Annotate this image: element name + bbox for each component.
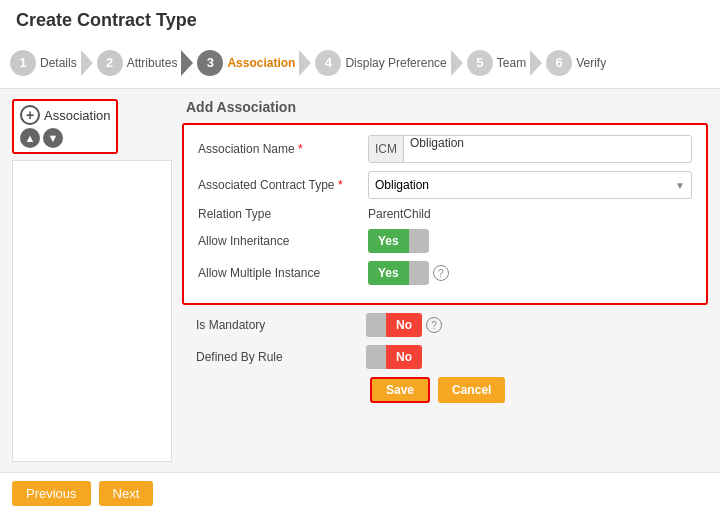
toggle-multiple-on[interactable]: Yes <box>368 261 409 285</box>
next-button[interactable]: Next <box>99 481 154 506</box>
toggle-rule[interactable]: No <box>366 345 422 369</box>
toggle-on-yes[interactable]: Yes <box>368 229 409 253</box>
page-title: Create Contract Type <box>0 0 720 37</box>
association-label: Association <box>44 108 110 123</box>
main-content: + Association ▲ ▼ Add Association Associ… <box>0 89 720 472</box>
cancel-button[interactable]: Cancel <box>438 377 505 403</box>
step-3-label: Association <box>227 56 295 70</box>
assoc-name-value[interactable]: Obligation <box>404 136 691 162</box>
step-5-label: Team <box>497 56 526 70</box>
right-panel: Add Association Association Name * ICM O… <box>182 99 708 462</box>
defined-by-rule-label: Defined By Rule <box>196 350 356 364</box>
allow-inheritance-toggle[interactable]: Yes <box>368 229 429 253</box>
add-assoc-row: + Association <box>20 105 110 125</box>
add-association-button[interactable]: + <box>20 105 40 125</box>
previous-button[interactable]: Previous <box>12 481 91 506</box>
arrow-1 <box>81 50 93 76</box>
step-4-badge: 4 <box>315 50 341 76</box>
toggle-yes[interactable]: Yes <box>368 229 429 253</box>
defined-by-rule-row: Defined By Rule No <box>196 345 694 369</box>
allow-multiple-toggle[interactable]: Yes ? <box>368 261 449 285</box>
move-up-button[interactable]: ▲ <box>20 128 40 148</box>
assoc-name-label: Association Name * <box>198 142 358 156</box>
relation-type-value: ParentChild <box>368 207 431 221</box>
toggle-mandatory[interactable]: No <box>366 313 422 337</box>
save-button[interactable]: Save <box>370 377 430 403</box>
arrow-3 <box>299 50 311 76</box>
contract-type-row: Associated Contract Type * Obligation ▼ <box>198 171 692 199</box>
step-6-label: Verify <box>576 56 606 70</box>
step-4-label: Display Preference <box>345 56 446 70</box>
toggle-multiple-yes[interactable]: Yes <box>368 261 429 285</box>
arrow-5 <box>530 50 542 76</box>
left-panel: + Association ▲ ▼ <box>12 99 172 462</box>
move-down-button[interactable]: ▼ <box>43 128 63 148</box>
step-4[interactable]: 4 Display Preference <box>315 50 446 76</box>
assoc-name-input[interactable]: ICM Obligation <box>368 135 692 163</box>
toggle-rule-no[interactable]: No <box>386 345 422 369</box>
allow-multiple-label: Allow Multiple Instance <box>198 266 358 280</box>
association-list <box>12 160 172 462</box>
step-1[interactable]: 1 Details <box>10 50 77 76</box>
help-icon-mandatory[interactable]: ? <box>426 317 442 333</box>
contract-type-select[interactable]: Obligation ▼ <box>368 171 692 199</box>
step-2-label: Attributes <box>127 56 178 70</box>
defined-by-rule-toggle[interactable]: No <box>366 345 422 369</box>
add-association-area: + Association ▲ ▼ <box>12 99 118 154</box>
is-mandatory-toggle[interactable]: No ? <box>366 313 442 337</box>
toggle-rule-gray[interactable] <box>366 345 386 369</box>
relation-type-row: Relation Type ParentChild <box>198 207 692 221</box>
allow-inheritance-row: Allow Inheritance Yes <box>198 229 692 253</box>
is-mandatory-label: Is Mandatory <box>196 318 356 332</box>
step-5-badge: 5 <box>467 50 493 76</box>
arrow-4 <box>451 50 463 76</box>
toggle-mandatory-no[interactable]: No <box>386 313 422 337</box>
action-buttons: Save Cancel <box>196 377 694 403</box>
assoc-name-row: Association Name * ICM Obligation <box>198 135 692 163</box>
step-1-badge: 1 <box>10 50 36 76</box>
allow-multiple-row: Allow Multiple Instance Yes ? <box>198 261 692 285</box>
toggle-mandatory-gray[interactable] <box>366 313 386 337</box>
chevron-down-icon: ▼ <box>675 180 685 191</box>
step-3[interactable]: 3 Association <box>197 50 295 76</box>
help-icon-multiple[interactable]: ? <box>433 265 449 281</box>
allow-inheritance-label: Allow Inheritance <box>198 234 358 248</box>
form-title: Add Association <box>182 99 708 115</box>
wizard-steps: 1 Details 2 Attributes 3 Association 4 D… <box>0 37 720 89</box>
toggle-multiple-off[interactable] <box>409 261 429 285</box>
step-6-badge: 6 <box>546 50 572 76</box>
lower-rows: Is Mandatory No ? Defined By Rule <box>182 305 708 403</box>
relation-type-label: Relation Type <box>198 207 358 221</box>
required-star: * <box>298 142 303 156</box>
is-mandatory-row: Is Mandatory No ? <box>196 313 694 337</box>
step-5[interactable]: 5 Team <box>467 50 526 76</box>
arrow-buttons: ▲ ▼ <box>20 128 110 148</box>
step-3-badge: 3 <box>197 50 223 76</box>
assoc-name-prefix: ICM <box>369 136 404 162</box>
step-2[interactable]: 2 Attributes <box>97 50 178 76</box>
step-6[interactable]: 6 Verify <box>546 50 606 76</box>
toggle-off-no[interactable] <box>409 229 429 253</box>
contract-type-label: Associated Contract Type * <box>198 178 358 192</box>
contract-type-value: Obligation <box>375 178 429 192</box>
footer: Previous Next <box>0 472 720 514</box>
step-2-badge: 2 <box>97 50 123 76</box>
arrow-2 <box>181 50 193 76</box>
step-1-label: Details <box>40 56 77 70</box>
required-star-2: * <box>338 178 343 192</box>
form-box: Association Name * ICM Obligation Associ… <box>182 123 708 305</box>
